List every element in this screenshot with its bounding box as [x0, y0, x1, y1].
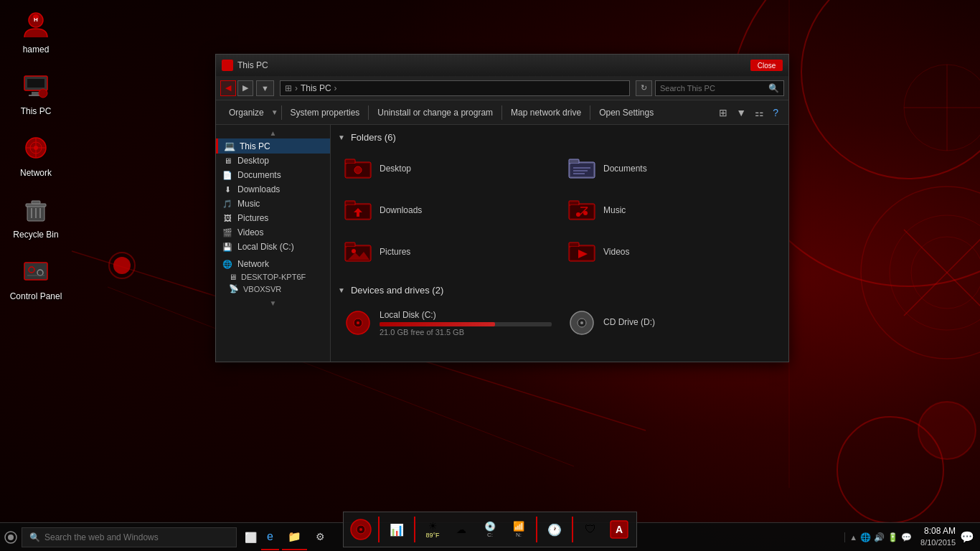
- deco-circle-3: [837, 416, 944, 524]
- documents-folder-icon: [567, 154, 596, 183]
- drive-item-local-disk-c[interactable]: Local Disk (C:) 21.0 GB free of 31.5 GB: [338, 303, 557, 343]
- desktop-icon-control-panel[interactable]: Control Panel: [7, 254, 65, 301]
- dock-icon-cloud[interactable]: ☁: [448, 517, 474, 542]
- refresh-button[interactable]: ↻: [636, 80, 652, 96]
- map-drive-button[interactable]: Map network drive: [505, 105, 587, 121]
- svg-point-78: [8, 534, 14, 540]
- close-button[interactable]: Close: [750, 60, 783, 71]
- pictures-sidebar-icon: 🖼: [222, 214, 233, 222]
- taskbar-settings-button[interactable]: ⚙: [310, 524, 331, 550]
- folders-toggle[interactable]: ▼: [338, 133, 345, 141]
- drive-item-cd-drive-d[interactable]: CD Drive (D:): [562, 303, 781, 343]
- sidebar-item-documents[interactable]: 📄 Documents: [216, 168, 330, 182]
- taskbar-search[interactable]: 🔍: [22, 527, 237, 547]
- sidebar-item-desktop[interactable]: 🖥 Desktop: [216, 154, 330, 168]
- this-pc-label: This PC: [21, 106, 52, 116]
- notification-icon[interactable]: 💬: [960, 530, 974, 544]
- folder-item-desktop[interactable]: Desktop: [338, 150, 557, 187]
- taskbar-edge-button[interactable]: e: [261, 524, 279, 550]
- dock-icon-shield[interactable]: 🛡: [578, 517, 603, 542]
- search-bar[interactable]: 🔍: [655, 80, 784, 96]
- drives-toggle[interactable]: ▼: [338, 286, 345, 294]
- local-disk-c-bar-fill: [380, 322, 495, 326]
- taskbar-dock: 📊 ☀ 89°F ☁ 💿 C: 📶 N: 🕐 🛡 A: [343, 512, 637, 547]
- desktop-icon-network[interactable]: Network: [7, 131, 65, 178]
- svg-rect-28: [26, 204, 46, 207]
- folder-item-music[interactable]: Music: [562, 192, 781, 229]
- sidebar-item-pictures[interactable]: 🖼 Pictures: [216, 211, 330, 225]
- uninstall-button[interactable]: Uninstall or change a program: [372, 105, 499, 121]
- dock-sep-1: [378, 517, 380, 542]
- toolbar-sep-1: [281, 105, 282, 120]
- search-input[interactable]: [660, 84, 765, 93]
- nav-bar: ◀ ▶ ▼ ⊞ › This PC › ↻ 🔍: [216, 76, 788, 100]
- svg-rect-18: [27, 79, 44, 88]
- main-pane: ▼ Folders (6) Desktop: [331, 125, 788, 362]
- explorer-title: This PC: [237, 60, 268, 70]
- dock-sep-3: [536, 517, 537, 542]
- dock-icon-cdrive[interactable]: 💿 C:: [477, 517, 503, 542]
- sidebar-item-videos[interactable]: 🎬 Videos: [216, 225, 330, 240]
- dock-icon-weather[interactable]: ☀ 89°F: [420, 517, 446, 542]
- view-icon-1[interactable]: ⊞: [716, 105, 730, 120]
- view-icon-3[interactable]: ⚏: [752, 105, 767, 120]
- recycle-bin-icon: [19, 192, 53, 227]
- dock-icon-network[interactable]: 📶 N:: [506, 517, 532, 542]
- local-disk-sidebar-icon: 💾: [222, 242, 233, 252]
- desktop-icon-recycle-bin[interactable]: Recycle Bin: [7, 192, 65, 240]
- desktop-kpt6f-label: DESKTOP-KPT6F: [241, 273, 306, 281]
- sidebar-item-downloads[interactable]: ⬇ Downloads: [216, 182, 330, 197]
- sidebar-scroll-down[interactable]: ▼: [216, 298, 330, 309]
- pictures-sidebar-label: Pictures: [237, 213, 268, 223]
- sidebar-item-vboxsvr[interactable]: 📡 VBOXSVR: [216, 283, 330, 295]
- svg-rect-29: [32, 201, 40, 204]
- sidebar-item-network[interactable]: 🌐 Network: [216, 257, 330, 271]
- taskbar-search-input[interactable]: [44, 532, 229, 542]
- svg-text:A: A: [616, 524, 623, 535]
- forward-button[interactable]: ▶: [237, 80, 253, 96]
- downloads-folder-label: Downloads: [380, 205, 422, 215]
- dock-icon-app[interactable]: A: [606, 517, 632, 542]
- desktop-icon-this-pc[interactable]: This PC: [7, 69, 65, 116]
- tray-up-arrow[interactable]: ▲: [849, 533, 857, 542]
- dock-icon-media[interactable]: [348, 517, 374, 542]
- downloads-sidebar-icon: ⬇: [222, 185, 233, 194]
- desktop-icon-hamed[interactable]: H hamed: [7, 7, 65, 55]
- svg-rect-56: [569, 201, 579, 205]
- address-bar[interactable]: ⊞ › This PC ›: [280, 80, 630, 96]
- sidebar-item-local-disk[interactable]: 💾 Local Disk (C:): [216, 240, 330, 254]
- dock-network-icon: 📶: [513, 521, 524, 532]
- system-properties-button[interactable]: System properties: [285, 105, 366, 121]
- up-button[interactable]: ▼: [256, 80, 274, 96]
- dock-icon-monitor[interactable]: 📊: [384, 517, 410, 542]
- folder-item-downloads[interactable]: Downloads: [338, 192, 557, 229]
- view-icon-2[interactable]: ▼: [733, 105, 749, 120]
- music-folder-icon: [567, 196, 596, 225]
- sidebar-item-music[interactable]: 🎵 Music: [216, 197, 330, 211]
- dock-sep-2: [414, 517, 415, 542]
- help-button[interactable]: ?: [770, 105, 781, 120]
- open-settings-button[interactable]: Open Settings: [593, 105, 659, 121]
- dock-weather-icon: ☀: [428, 520, 438, 532]
- organize-button[interactable]: Organize: [223, 105, 270, 121]
- start-button[interactable]: [3, 529, 19, 545]
- search-icon: 🔍: [768, 83, 779, 93]
- desktop-folder-label: Desktop: [380, 164, 411, 174]
- taskbar-explorer-button[interactable]: 📁: [282, 524, 307, 550]
- sidebar-item-desktop-kpt6f[interactable]: 🖥 DESKTOP-KPT6F: [216, 271, 330, 283]
- svg-point-6: [890, 215, 980, 330]
- recycle-bin-label: Recycle Bin: [13, 230, 58, 240]
- task-view-button[interactable]: ⬜: [242, 529, 258, 545]
- sidebar-scroll-up[interactable]: ▲: [216, 128, 330, 138]
- dock-icon-clock[interactable]: 🕐: [542, 517, 567, 542]
- folder-item-documents[interactable]: Documents: [562, 150, 781, 187]
- videos-sidebar-icon: 🎬: [222, 228, 233, 237]
- back-button[interactable]: ◀: [220, 80, 236, 96]
- videos-folder-label: Videos: [603, 247, 629, 257]
- address-separator: ›: [295, 83, 298, 93]
- content-area: ▲ 💻 This PC 🖥 Desktop 📄 Documents ⬇ Down…: [216, 125, 788, 362]
- sidebar-item-this-pc[interactable]: 💻 This PC: [216, 138, 330, 154]
- folder-item-pictures[interactable]: Pictures: [338, 233, 557, 270]
- taskbar-left-icons: [0, 529, 19, 545]
- folder-item-videos[interactable]: Videos: [562, 233, 781, 270]
